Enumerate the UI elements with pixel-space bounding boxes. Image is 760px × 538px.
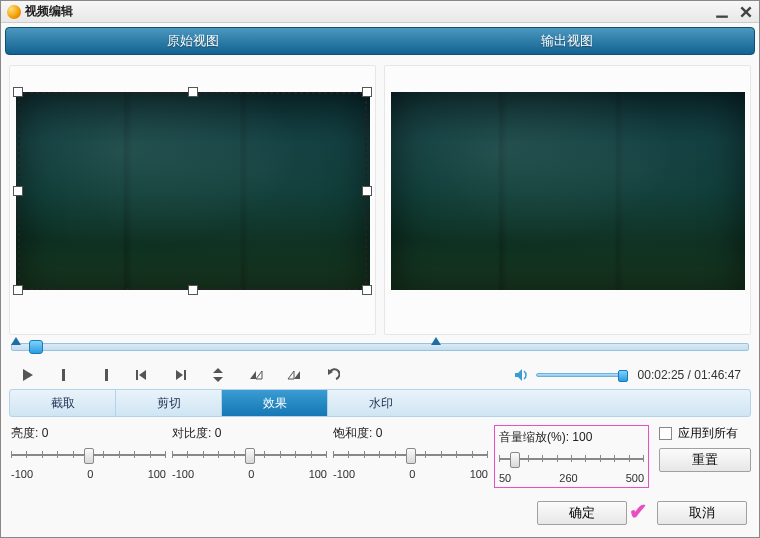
output-view-label: 输出视图	[380, 28, 754, 54]
time-display: 00:02:25 / 01:46:47	[638, 368, 741, 382]
rotate-left-button[interactable]	[247, 366, 265, 384]
apply-to-all-row: 应用到所有	[659, 425, 751, 442]
effect-settings: 亮度: 0 -1000100 对比度: 0 -1000100 饱和度: 0	[11, 425, 749, 488]
timeline-playhead-marker[interactable]	[431, 337, 441, 345]
crop-handle-tr[interactable]	[362, 87, 372, 97]
volume-icon[interactable]	[512, 366, 530, 384]
title-bar: 视频编辑	[1, 1, 759, 23]
contrast-slider[interactable]	[172, 448, 327, 466]
volume-scale-slider[interactable]	[499, 452, 644, 470]
svg-marker-3	[23, 369, 33, 381]
timeline-start-marker[interactable]	[11, 337, 21, 345]
volume-scale-group: 音量缩放(%): 100 50260500	[494, 425, 649, 488]
crop-handle-br[interactable]	[362, 285, 372, 295]
contrast-group: 对比度: 0 -1000100	[172, 425, 327, 480]
svg-marker-15	[294, 371, 300, 379]
crop-selection[interactable]	[18, 92, 367, 290]
svg-marker-14	[288, 371, 294, 379]
svg-marker-11	[213, 377, 223, 382]
svg-marker-17	[515, 369, 522, 381]
tab-effect[interactable]: 效果	[222, 390, 328, 416]
svg-marker-12	[250, 371, 256, 379]
saturation-slider[interactable]	[333, 448, 488, 466]
brightness-group: 亮度: 0 -1000100	[11, 425, 166, 480]
undo-button[interactable]	[323, 366, 341, 384]
play-button[interactable]	[19, 366, 37, 384]
tab-bar: 截取 剪切 效果 水印	[9, 389, 751, 417]
saturation-thumb[interactable]	[406, 448, 416, 464]
highlight-check-icon: ✔	[629, 499, 647, 525]
minimize-button[interactable]	[715, 5, 729, 19]
crop-handle-tc[interactable]	[188, 87, 198, 97]
saturation-group: 饱和度: 0 -1000100	[333, 425, 488, 480]
output-preview	[384, 65, 751, 335]
volume-slider[interactable]	[536, 373, 626, 377]
preview-area	[1, 59, 759, 337]
volume-thumb[interactable]	[618, 370, 628, 382]
svg-marker-13	[256, 371, 262, 379]
timeline-thumb[interactable]	[29, 340, 43, 354]
svg-marker-7	[139, 370, 146, 380]
saturation-label: 饱和度: 0	[333, 425, 488, 442]
cancel-button[interactable]: 取消	[657, 501, 747, 525]
volume-scale-label: 音量缩放(%): 100	[499, 429, 644, 446]
svg-marker-10	[213, 368, 223, 373]
timeline-track[interactable]	[11, 343, 749, 351]
brightness-label: 亮度: 0	[11, 425, 166, 442]
app-icon	[7, 5, 21, 19]
volume-scale-thumb[interactable]	[510, 452, 520, 468]
tab-watermark[interactable]: 水印	[328, 390, 434, 416]
ok-button[interactable]: 确定	[537, 501, 627, 525]
svg-rect-5	[105, 369, 108, 381]
original-view-label: 原始视图	[6, 28, 380, 54]
svg-marker-8	[176, 370, 183, 380]
crop-handle-bc[interactable]	[188, 285, 198, 295]
svg-rect-4	[62, 369, 65, 381]
tab-crop[interactable]: 截取	[10, 390, 116, 416]
next-frame-button[interactable]	[171, 366, 189, 384]
window-title: 视频编辑	[25, 3, 715, 20]
contrast-label: 对比度: 0	[172, 425, 327, 442]
crop-handle-tl[interactable]	[13, 87, 23, 97]
close-button[interactable]	[739, 5, 753, 19]
crop-handle-rc[interactable]	[362, 186, 372, 196]
rotate-right-button[interactable]	[285, 366, 303, 384]
preview-header: 原始视图 输出视图	[5, 27, 755, 55]
options-column: 应用到所有 重置	[655, 425, 751, 472]
mark-out-button[interactable]	[95, 366, 113, 384]
timeline[interactable]	[11, 339, 749, 357]
brightness-slider[interactable]	[11, 448, 166, 466]
svg-rect-9	[184, 370, 186, 380]
tab-trim[interactable]: 剪切	[116, 390, 222, 416]
original-preview	[9, 65, 376, 335]
contrast-thumb[interactable]	[245, 448, 255, 464]
transport-controls: 00:02:25 / 01:46:47	[1, 361, 759, 389]
crop-handle-lc[interactable]	[13, 186, 23, 196]
flip-vertical-button[interactable]	[209, 366, 227, 384]
prev-frame-button[interactable]	[133, 366, 151, 384]
footer: 确定 ✔ 取消	[1, 494, 759, 536]
apply-to-all-checkbox[interactable]	[659, 427, 672, 440]
mark-in-button[interactable]	[57, 366, 75, 384]
output-video-frame	[391, 92, 745, 290]
crop-handle-bl[interactable]	[13, 285, 23, 295]
reset-button[interactable]: 重置	[659, 448, 751, 472]
apply-to-all-label: 应用到所有	[678, 425, 738, 442]
brightness-thumb[interactable]	[84, 448, 94, 464]
video-editor-window: 视频编辑 原始视图 输出视图	[0, 0, 760, 538]
svg-rect-6	[136, 370, 138, 380]
